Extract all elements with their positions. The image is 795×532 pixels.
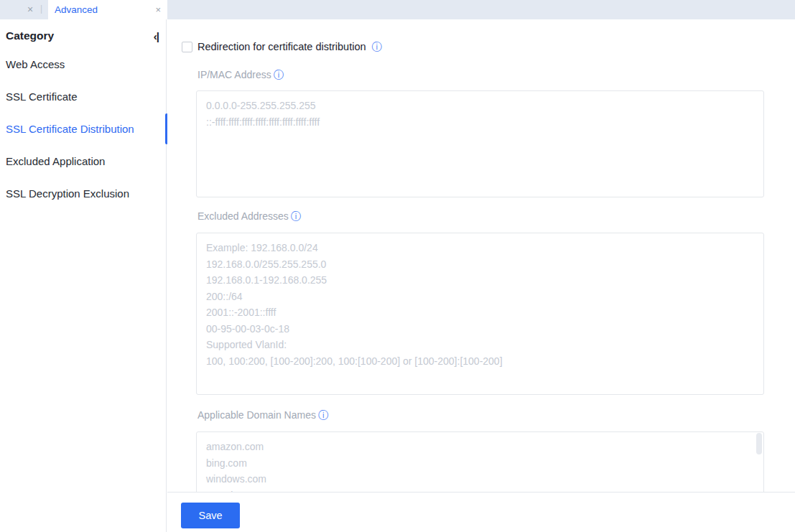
excluded-addresses-label: Excluded Addresses [197,210,289,222]
applicable-domain-names-info-icon[interactable]: ⓘ [318,410,328,420]
sidebar-collapse-icon[interactable]: ‹| [154,30,159,42]
hidden-tab-close-icon[interactable]: × [27,0,33,19]
tab-strip: × | Advanced × [0,0,795,19]
textarea-scrollbar-thumb[interactable] [756,433,762,454]
ip-mac-address-label-row: IP/MAC Address ⓘ [197,69,284,80]
sidebar-title: Category [6,29,54,42]
category-sidebar: Category ‹| Web Access SSL Certificate S… [0,19,167,532]
tab-advanced[interactable]: Advanced × [48,0,167,19]
app-window: × | Advanced × Category ‹| Web Access SS… [0,0,795,532]
footer-bar: Save [167,492,795,532]
sidebar-item-ssl-decryption-exclusion[interactable]: SSL Decryption Exclusion [0,177,166,210]
sidebar-item-label: Web Access [6,58,65,70]
ip-mac-address-label: IP/MAC Address [197,69,271,80]
redirection-label: Redirection for certificate distribution [197,41,366,52]
ip-mac-address-info-icon[interactable]: ⓘ [274,70,284,80]
save-button[interactable]: Save [181,503,240,528]
excluded-addresses-input[interactable] [196,233,764,395]
settings-panel: Redirection for certificate distribution… [167,19,795,532]
excluded-addresses-info-icon[interactable]: ⓘ [291,211,301,221]
tab-separator: | [40,0,42,19]
applicable-domain-names-label: Applicable Domain Names [197,409,316,421]
tab-advanced-label: Advanced [55,4,155,15]
sidebar-item-excluded-application[interactable]: Excluded Application [0,145,166,177]
applicable-domain-names-label-row: Applicable Domain Names ⓘ [197,409,328,421]
tab-close-icon[interactable]: × [155,4,161,15]
sidebar-item-web-access[interactable]: Web Access [0,48,166,80]
sidebar-item-ssl-certificate-distribution[interactable]: SSL Certificate Distribution [0,113,166,145]
category-nav: Web Access SSL Certificate SSL Certifica… [0,48,166,210]
redirection-checkbox[interactable] [182,42,192,52]
ip-mac-address-input[interactable] [196,90,764,197]
sidebar-item-label: SSL Certificate Distribution [6,123,134,135]
redirection-info-icon[interactable]: ⓘ [372,42,382,52]
sidebar-item-label: Excluded Application [6,155,105,167]
redirection-row: Redirection for certificate distribution… [182,41,382,52]
excluded-addresses-label-row: Excluded Addresses ⓘ [197,210,301,222]
sidebar-header: Category ‹| [0,19,166,42]
sidebar-item-label: SSL Decryption Exclusion [6,187,129,200]
sidebar-item-label: SSL Certificate [6,90,78,103]
sidebar-item-ssl-certificate[interactable]: SSL Certificate [0,80,166,113]
